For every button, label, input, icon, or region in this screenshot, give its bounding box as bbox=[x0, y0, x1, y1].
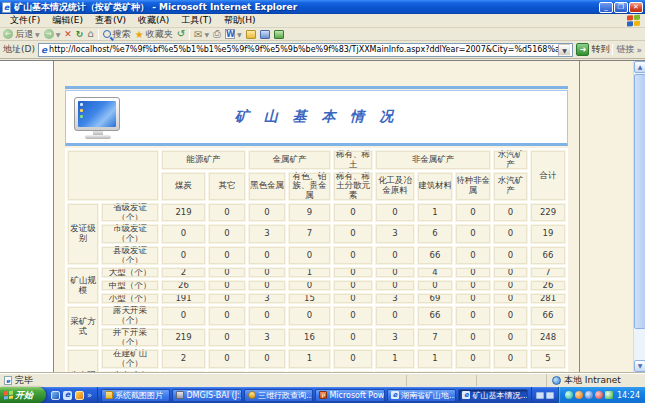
ie-icon: e bbox=[462, 391, 470, 399]
taskbar-button[interactable]: 三维行政查询... bbox=[244, 389, 314, 402]
data-cell: 3 bbox=[374, 223, 416, 245]
quick-launch-chevron-icon[interactable]: » bbox=[87, 391, 92, 400]
column-group-header: 金属矿产 bbox=[247, 149, 332, 171]
taskbar-button[interactable]: e湖南省矿山地... bbox=[387, 389, 457, 402]
data-cell: 19 bbox=[529, 223, 567, 245]
data-cell: 0 bbox=[160, 223, 207, 245]
data-cell: 1 bbox=[374, 348, 416, 370]
taskbar-button[interactable]: e矿山基本情况... bbox=[458, 389, 528, 402]
status-bar: e 完毕 本地 Intranet bbox=[0, 373, 645, 387]
search-button[interactable]: 搜索 bbox=[103, 28, 131, 41]
links-bar[interactable]: 链接 » bbox=[616, 43, 642, 56]
forward-button[interactable]: → ▼ bbox=[44, 29, 61, 39]
edit-button[interactable]: W ▼ bbox=[225, 29, 242, 39]
go-button[interactable]: ➜ 转到 bbox=[576, 43, 609, 56]
page-title: 矿 山 基 本 情 况 bbox=[235, 108, 398, 126]
back-dropdown-icon[interactable]: ▼ bbox=[35, 31, 40, 38]
data-cell: 0 bbox=[492, 245, 529, 267]
data-cell: 281 bbox=[529, 292, 567, 305]
volume-icon[interactable] bbox=[565, 391, 573, 399]
menu-bar: 文件(F)编辑(E)查看(V)收藏(A)工具(T)帮助(H) bbox=[0, 14, 645, 28]
total-column-header: 合计 bbox=[529, 149, 567, 202]
scroll-down-icon[interactable]: ▼ bbox=[634, 360, 645, 372]
data-cell: 26 bbox=[160, 279, 207, 292]
data-cell: 66 bbox=[416, 305, 454, 327]
media-player-icon[interactable] bbox=[75, 391, 84, 400]
data-cell: 0 bbox=[454, 266, 492, 279]
minimized-window-icon[interactable] bbox=[546, 392, 554, 399]
address-dropdown-icon[interactable]: ▼ bbox=[558, 44, 570, 56]
data-cell: 0 bbox=[247, 279, 287, 292]
back-label: 后退 bbox=[15, 28, 33, 41]
forward-dropdown-icon[interactable]: ▼ bbox=[56, 31, 61, 38]
start-button[interactable]: 开始 bbox=[0, 387, 46, 403]
favorites-button[interactable]: ★ 收藏夹 bbox=[135, 28, 173, 41]
mail-dropdown-icon[interactable]: ▼ bbox=[204, 31, 209, 38]
research-button[interactable] bbox=[260, 30, 270, 39]
discuss-button[interactable] bbox=[246, 30, 256, 39]
taskbar: 开始 e » 系统截图图片DMGIS-BAI (J:)三维行政查询...PMic… bbox=[0, 387, 645, 403]
edit-dropdown-icon[interactable]: ▼ bbox=[237, 31, 242, 38]
messenger-button[interactable] bbox=[274, 30, 284, 39]
taskbar-button[interactable]: DMGIS-BAI (J:) bbox=[172, 389, 242, 402]
column-group-header: 稀有、稀土 bbox=[332, 149, 374, 171]
table-row: 采矿方式露天开采（个）000000660066 bbox=[66, 305, 567, 327]
data-cell: 0 bbox=[247, 305, 287, 327]
data-cell: 0 bbox=[332, 245, 374, 267]
back-button[interactable]: ← 后退 ▼ bbox=[3, 28, 40, 41]
history-button[interactable]: ↺ bbox=[177, 29, 185, 39]
table-row: 中型（个）260000000026 bbox=[66, 279, 567, 292]
menu-item[interactable]: 帮助(H) bbox=[218, 15, 262, 25]
row-label: 中型（个） bbox=[100, 279, 160, 292]
row-label: 在建矿山（个） bbox=[100, 348, 160, 370]
home-button[interactable]: ⌂ bbox=[87, 29, 93, 39]
data-cell: 229 bbox=[529, 202, 567, 224]
menu-item[interactable]: 查看(V) bbox=[89, 15, 132, 25]
data-cell: 0 bbox=[374, 279, 416, 292]
menu-item[interactable]: 文件(F) bbox=[4, 15, 46, 25]
display-icon[interactable] bbox=[605, 391, 613, 399]
menu-item[interactable]: 工具(T) bbox=[175, 15, 218, 25]
column-header: 黑色金属 bbox=[247, 171, 287, 202]
go-label: 转到 bbox=[591, 43, 609, 56]
column-header: 建筑材料 bbox=[416, 171, 454, 202]
refresh-button[interactable]: ↻ bbox=[76, 29, 84, 39]
status-page-icon: e bbox=[4, 376, 12, 385]
taskbar-button[interactable]: PMicrosoft Pow... bbox=[315, 389, 385, 402]
data-cell: 0 bbox=[454, 223, 492, 245]
data-cell: 9 bbox=[287, 202, 332, 224]
scroll-up-icon[interactable]: ▲ bbox=[634, 61, 645, 73]
vertical-scrollbar[interactable]: ▲ ▼ bbox=[633, 61, 645, 372]
security-zone: 本地 Intranet bbox=[546, 374, 641, 387]
menu-item[interactable]: 编辑(E) bbox=[46, 15, 89, 25]
data-cell: 0 bbox=[287, 245, 332, 267]
data-cell: 219 bbox=[160, 202, 207, 224]
internet-explorer-icon[interactable]: e bbox=[63, 391, 72, 400]
data-cell: 4 bbox=[416, 266, 454, 279]
updates-icon[interactable] bbox=[575, 391, 583, 399]
scrollbar-thumb[interactable] bbox=[634, 74, 645, 329]
data-cell: 3 bbox=[374, 327, 416, 349]
column-header: 煤炭 bbox=[160, 171, 207, 202]
mail-button[interactable]: ✉ ▼ bbox=[194, 29, 209, 40]
restore-button[interactable]: ❐ bbox=[614, 2, 628, 13]
column-group-header: 能源矿产 bbox=[160, 149, 247, 171]
taskbar-button[interactable]: 系统截图图片 bbox=[101, 389, 171, 402]
network-icon[interactable] bbox=[585, 391, 593, 399]
report-banner: 矿 山 基 本 情 况 bbox=[65, 90, 568, 146]
address-input[interactable] bbox=[49, 45, 558, 54]
data-cell: 248 bbox=[529, 327, 567, 349]
status-pane bbox=[476, 375, 546, 386]
antivirus-icon[interactable] bbox=[595, 391, 603, 399]
menu-item[interactable]: 收藏(A) bbox=[132, 15, 175, 25]
show-desktop-icon[interactable] bbox=[51, 391, 60, 400]
stop-button[interactable]: ✕ bbox=[64, 29, 72, 39]
row-label: 小型（个） bbox=[100, 292, 160, 305]
table-row: 小型（个）1910315036900281 bbox=[66, 292, 567, 305]
print-button[interactable]: ⎙ bbox=[213, 29, 221, 39]
status-pane bbox=[406, 375, 476, 386]
minimize-button[interactable]: _ bbox=[599, 2, 613, 13]
minimized-window-icon[interactable] bbox=[536, 392, 544, 399]
start-flag-icon bbox=[4, 390, 13, 400]
close-button[interactable]: ✕ bbox=[629, 2, 643, 13]
